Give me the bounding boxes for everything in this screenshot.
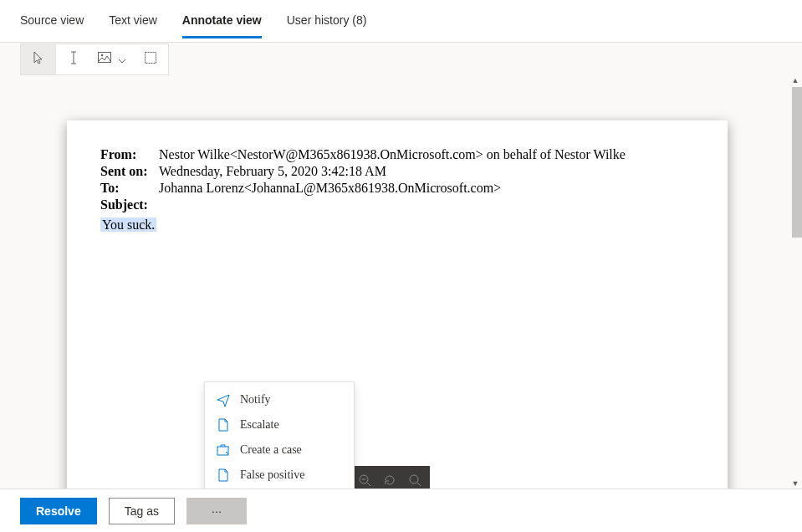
view-tabs: Source view Text view Annotate view User… bbox=[0, 0, 802, 42]
text-cursor-icon bbox=[68, 51, 79, 67]
tab-annotate-view[interactable]: Annotate view bbox=[182, 3, 262, 38]
email-document: From: Nestor Wilke<NestorW@M365x861938.O… bbox=[67, 120, 728, 489]
scroll-up-icon[interactable]: ▲ bbox=[790, 75, 800, 85]
scroll-thumb[interactable] bbox=[792, 87, 802, 238]
menu-item-false-positive[interactable]: False positive bbox=[205, 463, 354, 488]
search-button[interactable] bbox=[408, 473, 421, 487]
svg-point-1 bbox=[101, 54, 104, 57]
pointer-tool[interactable] bbox=[21, 44, 56, 74]
svg-line-7 bbox=[417, 483, 421, 486]
selection-tool[interactable] bbox=[133, 44, 168, 74]
more-actions-button[interactable]: ··· bbox=[186, 498, 247, 524]
tab-text-view[interactable]: Text view bbox=[109, 3, 157, 38]
from-label: From: bbox=[100, 147, 159, 162]
document-canvas: From: Nestor Wilke<NestorW@M365x861938.O… bbox=[0, 75, 802, 489]
image-tool[interactable] bbox=[91, 44, 133, 74]
annotation-toolbar bbox=[0, 42, 802, 75]
highlighted-text[interactable]: You suck. bbox=[100, 217, 156, 232]
tab-source-view[interactable]: Source view bbox=[20, 3, 84, 38]
menu-label: False positive bbox=[240, 468, 304, 482]
vertical-scrollbar[interactable]: ▲ ▼ bbox=[789, 75, 802, 489]
menu-label: Escalate bbox=[240, 418, 279, 432]
scroll-down-icon[interactable]: ▼ bbox=[790, 478, 800, 489]
subject-value bbox=[159, 197, 694, 212]
subject-label: Subject: bbox=[100, 197, 159, 212]
svg-rect-8 bbox=[217, 447, 228, 455]
cursor-icon bbox=[32, 51, 45, 67]
send-icon bbox=[217, 393, 230, 407]
action-menu: Notify Escalate Create a case False posi… bbox=[204, 381, 355, 489]
case-icon bbox=[217, 443, 230, 457]
document-plus-icon bbox=[217, 468, 230, 482]
footer-actions: Resolve Tag as ··· bbox=[0, 489, 802, 532]
tab-user-history[interactable]: User history (8) bbox=[287, 3, 367, 38]
image-icon bbox=[98, 52, 113, 66]
tag-as-button[interactable]: Tag as bbox=[109, 498, 175, 524]
svg-line-4 bbox=[367, 483, 370, 486]
menu-item-escalate[interactable]: Escalate bbox=[205, 412, 354, 437]
to-label: To: bbox=[100, 181, 159, 196]
chevron-down-icon bbox=[118, 53, 126, 66]
zoom-out-button[interactable] bbox=[358, 473, 371, 487]
menu-item-notify[interactable]: Notify bbox=[205, 387, 354, 412]
svg-rect-2 bbox=[146, 53, 156, 64]
to-value: Johanna Lorenz<JohannaL@M365x861938.OnMi… bbox=[159, 181, 694, 196]
menu-label: Create a case bbox=[240, 443, 302, 457]
svg-point-6 bbox=[410, 475, 418, 483]
sent-on-value: Wednesday, February 5, 2020 3:42:18 AM bbox=[159, 164, 694, 179]
menu-label: Notify bbox=[240, 393, 271, 407]
rotate-button[interactable] bbox=[383, 473, 396, 487]
sent-on-label: Sent on: bbox=[100, 164, 159, 179]
text-cursor-tool[interactable] bbox=[56, 44, 91, 74]
email-body: You suck. bbox=[100, 217, 694, 233]
menu-item-view-details[interactable]: View message details bbox=[205, 488, 354, 489]
resolve-button[interactable]: Resolve bbox=[20, 498, 97, 524]
selection-rect-icon bbox=[145, 52, 156, 66]
from-value: Nestor Wilke<NestorW@M365x861938.OnMicro… bbox=[159, 147, 694, 162]
document-icon bbox=[217, 418, 230, 432]
menu-item-create-case[interactable]: Create a case bbox=[205, 437, 354, 463]
